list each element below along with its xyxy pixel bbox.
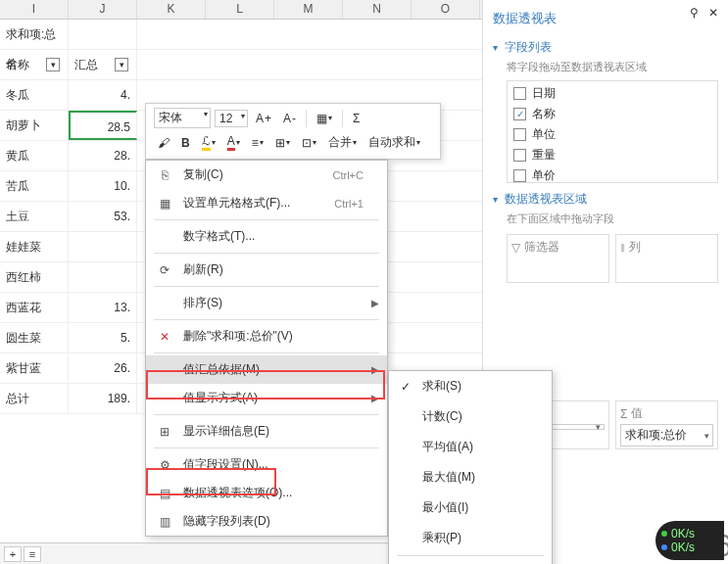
menu-item[interactable]: 排序(S)▶ xyxy=(146,289,387,317)
increase-font-button[interactable]: A+ xyxy=(252,110,275,127)
cell-name[interactable]: 娃娃菜 xyxy=(0,232,69,261)
fields-section-title[interactable]: ▾字段列表 xyxy=(493,39,718,56)
submenu-label: 计数(C) xyxy=(422,408,462,425)
column-header[interactable]: M xyxy=(274,0,343,19)
menu-item[interactable]: ▤数据透视表选项(O)... xyxy=(146,479,387,507)
cell-name[interactable]: 求和项:总价 xyxy=(0,20,69,49)
submenu-item[interactable]: 平均值(A) xyxy=(389,432,552,462)
cell-name[interactable]: 西红柿 xyxy=(0,262,69,292)
cell-name[interactable]: 苦瓜 xyxy=(0,171,69,201)
menu-item[interactable]: ⚙值字段设置(N)... xyxy=(146,450,387,479)
column-header[interactable]: I xyxy=(0,0,69,19)
bold-button[interactable]: B xyxy=(177,134,194,152)
cell-value[interactable]: 汇总▾ xyxy=(69,50,137,79)
size-select[interactable]: 12▾ xyxy=(215,110,248,127)
cell-name[interactable]: 圆生菜 xyxy=(0,323,69,352)
sheet-list-button[interactable]: ≡ xyxy=(24,546,41,562)
submenu-item[interactable]: 乘积(P) xyxy=(389,523,552,553)
cell-value[interactable]: 28. xyxy=(69,141,137,170)
autosum-menu[interactable]: 自动求和▾ xyxy=(364,132,424,153)
upload-dot-icon xyxy=(661,531,667,537)
cell-value[interactable] xyxy=(69,262,137,292)
cell-value[interactable] xyxy=(69,20,137,49)
cell-name[interactable]: 紫甘蓝 xyxy=(0,353,69,383)
submenu-item[interactable]: 其他选项(O)... xyxy=(389,558,552,564)
cell-value[interactable] xyxy=(69,232,137,261)
field-item[interactable]: 日期 xyxy=(510,83,715,104)
submenu-item[interactable]: ✓求和(S) xyxy=(389,371,552,401)
column-header[interactable]: J xyxy=(69,0,137,19)
submenu-item[interactable]: 最大值(M) xyxy=(389,462,552,493)
field-item[interactable]: ✓名称 xyxy=(510,104,715,124)
cell-name[interactable]: 总计 xyxy=(0,384,69,413)
pin-icon[interactable]: ⚲ xyxy=(690,6,699,20)
cell-name[interactable]: 冬瓜 xyxy=(0,80,69,110)
font-color-button[interactable]: A▾ xyxy=(223,132,244,153)
checkbox[interactable] xyxy=(513,169,526,182)
checkbox[interactable] xyxy=(513,128,526,141)
align-button[interactable]: ≡▾ xyxy=(248,134,267,152)
menu-item[interactable]: ⎘复制(C)Ctrl+C xyxy=(146,161,387,189)
fill-color-button[interactable]: ℒ▾ xyxy=(198,132,219,153)
cell-name[interactable]: 胡萝卜 xyxy=(0,111,69,140)
cell-value[interactable]: 53. xyxy=(69,202,137,231)
cell-name[interactable]: 西蓝花 xyxy=(0,293,69,322)
decrease-font-button[interactable]: A- xyxy=(279,110,300,127)
checkbox[interactable]: ✓ xyxy=(513,108,526,120)
cell-value[interactable]: 4. xyxy=(69,80,137,110)
cell-name[interactable]: 黄瓜 xyxy=(0,141,69,170)
cell-name[interactable]: 土豆 xyxy=(0,202,69,231)
values-area-value[interactable]: 求和项:总价▾ xyxy=(620,424,713,446)
cell-name[interactable]: 名称▾ xyxy=(0,50,69,79)
menu-item[interactable]: ▥隐藏字段列表(D) xyxy=(146,507,387,536)
submenu-item[interactable]: 计数(C) xyxy=(389,401,552,432)
menu-label: 数字格式(T)... xyxy=(183,228,255,245)
menu-item[interactable]: ⊞显示详细信息(E) xyxy=(146,417,387,446)
column-header[interactable]: N xyxy=(343,0,412,19)
values-area[interactable]: Σ值 求和项:总价▾ xyxy=(615,400,718,449)
border-button[interactable]: ▦▾ xyxy=(313,110,336,127)
checkbox[interactable] xyxy=(513,149,526,162)
autosum-button[interactable]: Σ xyxy=(349,110,364,127)
menu-label: 设置单元格格式(F)... xyxy=(183,195,290,212)
submenu-item[interactable]: 最小值(I) xyxy=(389,493,552,523)
add-sheet-button[interactable]: + xyxy=(4,546,22,562)
filter-dropdown-icon[interactable]: ▾ xyxy=(46,58,60,71)
close-icon[interactable]: ✕ xyxy=(708,6,718,20)
merge-button[interactable]: 合并▾ xyxy=(324,132,361,153)
menu-item[interactable]: 值显示方式(A)▶ xyxy=(146,384,387,412)
filter-dropdown-icon[interactable]: ▾ xyxy=(115,58,128,71)
chevron-down-icon: ▾ xyxy=(204,110,208,118)
submenu-label: 最小值(I) xyxy=(422,499,468,516)
menu-separator xyxy=(397,555,544,556)
sigma-icon: Σ xyxy=(620,407,627,421)
field-item[interactable]: 重量 xyxy=(510,145,715,165)
filter-area[interactable]: ▽筛选器 xyxy=(507,234,609,283)
areas-section-title[interactable]: ▾数据透视表区域 xyxy=(493,191,718,208)
menu-item[interactable]: ✕删除"求和项:总价"(V) xyxy=(146,322,387,351)
menu-label: 数据透视表选项(O)... xyxy=(183,485,292,501)
column-header[interactable]: K xyxy=(137,0,206,19)
cell-value[interactable]: 28.5 xyxy=(69,111,137,140)
menu-item[interactable]: 值汇总依据(M)▶ xyxy=(146,355,387,384)
font-select[interactable]: 宋体▾ xyxy=(154,108,211,128)
chevron-down-icon: ▾ xyxy=(596,422,601,432)
menu-item[interactable]: ▦设置单元格格式(F)...Ctrl+1 xyxy=(146,189,387,217)
cell-value[interactable]: 5. xyxy=(69,323,137,352)
checkbox[interactable] xyxy=(513,87,526,100)
menu-label: 隐藏字段列表(D) xyxy=(183,513,270,530)
cell-value[interactable]: 26. xyxy=(69,353,137,383)
format-painter-button[interactable]: 🖌 xyxy=(154,134,173,152)
cell-value[interactable]: 13. xyxy=(69,293,137,322)
column-header[interactable]: O xyxy=(412,0,480,19)
menu-item[interactable]: ⟳刷新(R) xyxy=(146,256,387,284)
insert-button[interactable]: ⊡▾ xyxy=(298,134,320,152)
menu-item[interactable]: 数字格式(T)... xyxy=(146,222,387,251)
cell-value[interactable]: 189. xyxy=(69,384,137,413)
field-item[interactable]: 单价 xyxy=(510,165,715,183)
column-header[interactable]: L xyxy=(206,0,274,19)
cell-value[interactable]: 10. xyxy=(69,171,137,201)
field-item[interactable]: 单位 xyxy=(510,124,715,145)
border-style-button[interactable]: ⊞▾ xyxy=(271,134,294,152)
columns-area[interactable]: ⦀列 xyxy=(615,234,718,283)
